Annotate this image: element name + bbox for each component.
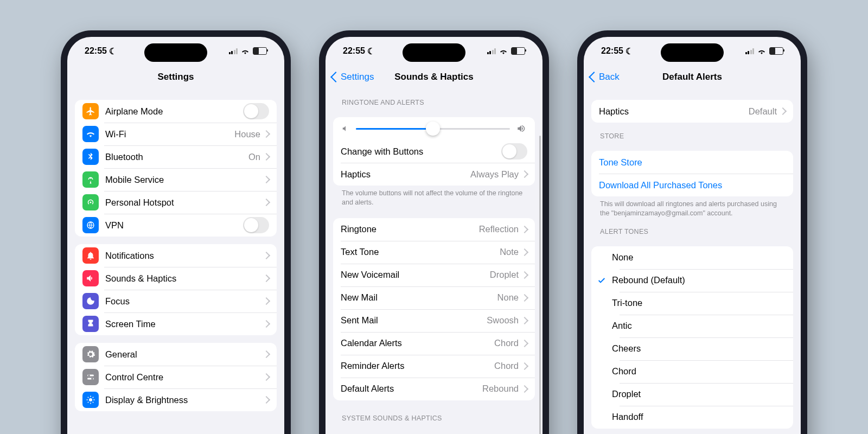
settings-row[interactable]: BluetoothOn (75, 145, 277, 168)
tone-row[interactable]: Handoff (591, 406, 793, 429)
settings-row[interactable]: Mobile Service (75, 168, 277, 191)
row-value: Chord (494, 361, 519, 371)
sound-row[interactable]: Text ToneNote (333, 241, 535, 264)
alert-tones-group: None Rebound (Default)Tri-toneAnticCheer… (591, 246, 793, 429)
settings-row[interactable]: Personal Hotspot (75, 191, 277, 214)
vpn-icon (82, 217, 99, 233)
speaker-icon (82, 270, 99, 286)
checkmark-icon (597, 276, 606, 285)
settings-row[interactable]: Control Centre (75, 366, 277, 388)
settings-group-attention: NotificationsSounds & HapticsFocusScreen… (75, 244, 277, 335)
row-label: Mobile Service (105, 175, 264, 185)
settings-group-connectivity: Airplane ModeWi-FiHouseBluetoothOnMobile… (75, 100, 277, 237)
settings-group-general: GeneralControl CentreDisplay & Brightnes… (75, 343, 277, 411)
settings-row[interactable]: Focus (75, 290, 277, 312)
sound-row[interactable]: Calendar AlertsChord (333, 332, 535, 355)
settings-row[interactable]: Display & Brightness (75, 388, 277, 411)
row-label: Bluetooth (105, 152, 248, 162)
chevron-right-icon (521, 362, 528, 370)
dynamic-island (144, 43, 207, 62)
back-button[interactable]: Settings (332, 72, 374, 82)
row-value: Swoosh (487, 315, 519, 326)
tone-row[interactable]: Antic (591, 315, 793, 337)
tone-row[interactable]: Tri-tone (591, 292, 793, 315)
haptics-row[interactable]: Haptics Always Play (333, 163, 535, 186)
navbar: Back Default Alerts (584, 65, 801, 89)
wifi-icon (499, 48, 508, 54)
settings-row[interactable]: Airplane Mode (75, 100, 277, 123)
store-link-row[interactable]: Download All Purchased Tones (591, 174, 793, 196)
chevron-right-icon (521, 248, 528, 256)
sound-row[interactable]: New VoicemailDroplet (333, 264, 535, 286)
row-toggle[interactable] (243, 103, 269, 119)
switches-icon (82, 369, 99, 385)
tone-row[interactable]: Cheers (591, 337, 793, 360)
tone-row[interactable]: Rebound (Default) (591, 269, 793, 292)
phone-settings: 22:55☾ Settings Airplane ModeWi-FiHouseB… (61, 30, 291, 434)
chevron-right-icon (263, 396, 270, 404)
chevron-right-icon (521, 340, 528, 347)
chevron-right-icon (263, 252, 270, 259)
change-with-buttons-toggle[interactable] (501, 143, 527, 159)
section-header: Alert Tones (591, 218, 793, 239)
row-label: New Mail (341, 292, 497, 303)
volume-slider-row[interactable] (333, 117, 535, 140)
cell-signal-icon (487, 48, 496, 54)
row-label: Wi-Fi (105, 129, 234, 139)
row-toggle[interactable] (243, 217, 269, 233)
sound-row[interactable]: Reminder AlertsChord (333, 355, 535, 378)
settings-row[interactable]: VPN (75, 214, 277, 237)
navbar: Settings Sounds & Haptics (326, 65, 542, 89)
change-with-buttons-row[interactable]: Change with Buttons (333, 140, 535, 163)
row-label: VPN (105, 220, 243, 231)
row-value: Always Play (470, 169, 519, 180)
tone-row[interactable]: Chord (591, 360, 793, 383)
row-label: Text Tone (341, 247, 500, 257)
hotspot-icon (82, 194, 99, 210)
checkmark-slot (591, 276, 612, 285)
row-value: Droplet (490, 270, 519, 280)
sound-row[interactable]: Sent MailSwoosh (333, 309, 535, 332)
haptics-row[interactable]: Haptics Default (591, 100, 793, 123)
store-link-row[interactable]: Tone Store (591, 151, 793, 174)
ringtone-alerts-group: Change with Buttons Haptics Always Play (333, 117, 535, 186)
chevron-right-icon (521, 385, 528, 393)
chevron-right-icon (263, 130, 270, 138)
chevron-right-icon (263, 275, 270, 282)
volume-slider[interactable] (356, 128, 510, 130)
tone-label: Handoff (612, 412, 786, 422)
tone-row[interactable]: Droplet (591, 383, 793, 406)
sound-row[interactable]: New MailNone (333, 286, 535, 309)
phone-sounds: 22:55☾ Settings Sounds & Haptics Rington… (319, 30, 549, 434)
settings-row[interactable]: General (75, 343, 277, 366)
chevron-right-icon (263, 199, 270, 206)
row-label: Screen Time (105, 319, 264, 329)
scroll-indicator (539, 136, 541, 434)
tone-label: Cheers (612, 343, 786, 354)
row-label: Reminder Alerts (341, 361, 494, 371)
back-button[interactable]: Back (590, 72, 620, 82)
settings-row[interactable]: Wi-FiHouse (75, 123, 277, 145)
tone-none-row[interactable]: None (591, 246, 793, 269)
focus-moon-icon: ☾ (109, 46, 117, 56)
wifi-icon (757, 48, 766, 54)
dynamic-island (661, 43, 724, 62)
settings-row[interactable]: Sounds & Haptics (75, 267, 277, 290)
sound-row[interactable]: Default AlertsRebound (333, 378, 535, 400)
section-footer: The volume buttons will not affect the v… (333, 186, 535, 207)
tone-label: Droplet (612, 389, 786, 399)
section-footer: This will download all ringtones and ale… (591, 196, 793, 218)
dynamic-island (403, 43, 465, 62)
row-label: New Voicemail (341, 270, 490, 280)
chevron-right-icon (263, 153, 270, 161)
section-header: Ringtone and Alerts (333, 89, 535, 110)
row-label: Notifications (105, 251, 264, 261)
sound-row[interactable]: RingtoneReflection (333, 218, 535, 241)
row-value: Default (749, 106, 777, 117)
haptics-group: Haptics Default (591, 100, 793, 123)
row-label: Download All Purchased Tones (599, 180, 786, 190)
row-label: Sent Mail (341, 315, 487, 326)
settings-row[interactable]: Notifications (75, 244, 277, 267)
chevron-right-icon (263, 350, 270, 358)
settings-row[interactable]: Screen Time (75, 312, 277, 335)
